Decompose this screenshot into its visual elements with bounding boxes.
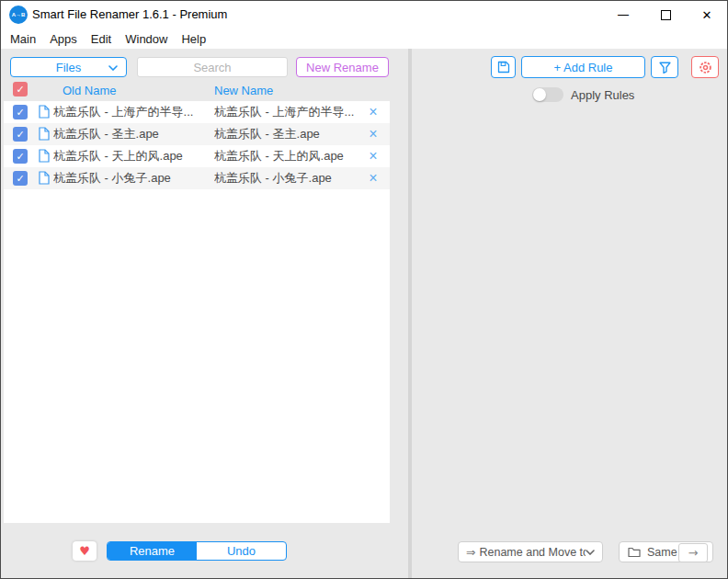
apply-rules-toggle[interactable] [532,87,563,102]
column-header-new-name: New Name [214,83,273,98]
remove-icon[interactable]: × [364,101,382,123]
reset-rules-button[interactable] [691,56,719,78]
filter-icon [659,62,671,74]
app-window: A→B Smart File Renamer 1.6.1 - Premium —… [0,0,728,579]
minimize-button[interactable]: — [604,1,643,28]
column-header-old-name: Old Name [63,83,117,98]
remove-icon[interactable]: × [364,145,382,167]
old-name-cell: 杭盖乐队 - 天上的风.ape [53,145,211,167]
row-checkbox[interactable]: ✓ [13,149,28,164]
apply-rules-label: Apply Rules [571,88,634,102]
titlebar: A→B Smart File Renamer 1.6.1 - Premium —… [1,1,727,28]
add-rule-button[interactable]: + Add Rule [521,56,645,78]
new-name-cell: 杭盖乐队 - 天上的风.ape [214,145,363,167]
row-checkbox[interactable]: ✓ [13,171,28,186]
menu-item-edit[interactable]: Edit [91,32,111,46]
window-title: Smart File Renamer 1.6.1 - Premium [32,1,227,28]
file-icon [39,171,50,185]
files-dropdown[interactable]: Files [10,57,127,77]
check-icon: ✓ [16,129,24,141]
select-all-checkbox[interactable]: ✓ [13,82,28,96]
save-icon [497,61,510,74]
rename-mode-dropdown[interactable]: ⇒ Rename and Move to [458,541,603,562]
filter-rules-button[interactable] [651,56,678,78]
menu-item-help[interactable]: Help [181,32,206,46]
undo-button[interactable]: Undo [197,542,286,560]
file-icon [39,105,50,119]
move-arrow-icon: ⇒ [466,545,475,559]
chevron-down-icon [108,65,118,71]
arrow-right-icon: → [688,546,699,560]
table-row[interactable]: ✓ 杭盖乐队 - 小兔子.ape 杭盖乐队 - 小兔子.ape × [4,167,390,189]
remove-icon[interactable]: × [364,167,382,189]
new-name-cell: 杭盖乐队 - 小兔子.ape [214,167,363,189]
rename-mode-value: Rename and Move to [479,546,586,559]
new-name-cell: 杭盖乐队 - 圣主.ape [214,123,363,145]
menu-item-main[interactable]: Main [10,32,36,46]
old-name-cell: 杭盖乐队 - 上海产的半导... [53,101,211,123]
close-button[interactable]: ✕ [688,1,726,28]
menu-item-window[interactable]: Window [125,32,167,46]
check-icon: ✓ [16,173,24,185]
old-name-cell: 杭盖乐队 - 圣主.ape [53,123,211,145]
panel-divider [408,49,412,579]
rename-undo-group: Rename Undo [107,541,287,561]
check-icon: ✓ [16,84,24,96]
new-name-cell: 杭盖乐队 - 上海产的半导... [214,101,363,123]
app-logo-icon: A→B [9,6,28,24]
toggle-knob [533,88,546,101]
target-icon [699,61,712,74]
old-name-cell: 杭盖乐队 - 小兔子.ape [53,167,211,189]
save-rules-button[interactable] [491,56,516,78]
maximize-button[interactable] [646,1,685,28]
rename-button[interactable]: Rename [108,542,197,560]
browse-folder-button[interactable]: → [678,543,708,562]
check-icon: ✓ [16,107,24,119]
folder-icon [628,547,641,558]
menu-item-apps[interactable]: Apps [50,32,77,46]
file-list: ✓ 杭盖乐队 - 上海产的半导... 杭盖乐队 - 上海产的半导... × ✓ … [4,101,390,523]
file-icon [39,149,50,163]
maximize-icon [661,10,671,20]
menubar: Main Apps Edit Window Help [1,28,727,49]
file-icon [39,127,50,141]
chevron-down-icon [586,550,595,555]
table-row[interactable]: ✓ 杭盖乐队 - 圣主.ape 杭盖乐队 - 圣主.ape × [4,123,390,145]
row-checkbox[interactable]: ✓ [13,127,28,142]
row-checkbox[interactable]: ✓ [13,105,28,119]
table-row[interactable]: ✓ 杭盖乐队 - 天上的风.ape 杭盖乐队 - 天上的风.ape × [4,145,390,167]
search-input[interactable] [137,57,288,77]
files-dropdown-value: Files [56,61,81,74]
close-icon: ✕ [702,8,712,22]
heart-icon: ♥ [79,544,90,558]
table-row[interactable]: ✓ 杭盖乐队 - 上海产的半导... 杭盖乐队 - 上海产的半导... × [4,101,390,123]
remove-icon[interactable]: × [364,123,382,145]
new-rename-button[interactable]: New Rename [296,57,389,77]
check-icon: ✓ [16,151,24,163]
minimize-icon: — [618,8,629,21]
favorite-button[interactable]: ♥ [73,541,97,561]
